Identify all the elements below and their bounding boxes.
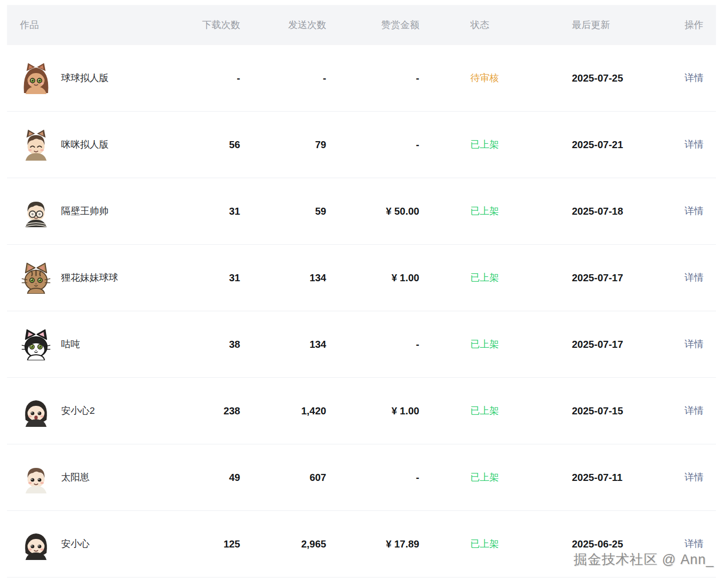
- tip-amount-cell: ¥ 1.00: [328, 405, 423, 417]
- last-updated-cell: 2025-07-15: [572, 405, 684, 417]
- col-header-downloads: 下载次数: [187, 19, 242, 32]
- table-row: 狸花妹妹球球 31 134 ¥ 1.00 已上架 2025-07-17 详情: [7, 245, 716, 311]
- table-row: 隔壁王帅帅 31 59 ¥ 50.00 已上架 2025-07-18 详情: [7, 178, 716, 245]
- last-updated-cell: 2025-07-25: [572, 73, 684, 84]
- tip-amount-cell: -: [328, 472, 423, 483]
- man-glasses-avatar: [20, 195, 52, 227]
- work-name: 咪咪拟人版: [61, 138, 109, 151]
- tuxedo-cat-avatar: [20, 328, 52, 360]
- last-updated-cell: 2025-07-17: [572, 272, 684, 284]
- tip-amount-cell: -: [328, 339, 423, 350]
- table-row: 咪咪拟人版 56 79 - 已上架 2025-07-21 详情: [7, 112, 716, 178]
- downloads-cell: 56: [187, 139, 242, 151]
- col-header-tip-amount: 赞赏金额: [328, 19, 423, 32]
- work-name: 咕吨: [61, 338, 80, 351]
- details-link[interactable]: 详情: [684, 272, 703, 283]
- tip-amount-cell: ¥ 50.00: [328, 206, 423, 217]
- bob-girl-black-shirt-avatar: [20, 528, 52, 560]
- downloads-cell: 238: [187, 405, 242, 417]
- status-badge: 待审核: [470, 73, 499, 83]
- boy-cat-ears-avatar: [20, 129, 52, 161]
- details-link[interactable]: 详情: [684, 538, 703, 549]
- work-name: 安小心2: [61, 404, 95, 417]
- col-header-actions: 操作: [684, 19, 716, 32]
- work-cell: 狸花妹妹球球: [7, 262, 187, 294]
- girl-cat-ears-avatar: [20, 62, 52, 94]
- last-updated-cell: 2025-07-18: [572, 206, 684, 217]
- downloads-cell: 31: [187, 272, 242, 284]
- work-name: 安小心: [61, 537, 90, 550]
- boy-cat-ears-avatar: [20, 129, 52, 161]
- tabby-cat-avatar: [20, 262, 52, 294]
- work-name: 隔壁王帅帅: [61, 205, 109, 218]
- details-link[interactable]: 详情: [684, 139, 703, 150]
- sends-cell: -: [242, 73, 328, 84]
- details-link[interactable]: 详情: [684, 206, 703, 216]
- status-badge: 已上架: [470, 405, 499, 416]
- work-name: 狸花妹妹球球: [61, 271, 118, 284]
- work-cell: 安小心: [7, 528, 187, 560]
- girl-cat-ears-avatar: [20, 62, 52, 94]
- tip-amount-cell: ¥ 1.00: [328, 272, 423, 284]
- details-link[interactable]: 详情: [684, 405, 703, 416]
- bob-girl-avatar: [20, 395, 52, 427]
- work-cell: 咪咪拟人版: [7, 129, 187, 161]
- last-updated-cell: 2025-06-25: [572, 538, 684, 550]
- table-row: 太阳崽 49 607 - 已上架 2025-07-11 详情: [7, 444, 716, 511]
- work-cell: 太阳崽: [7, 461, 187, 493]
- col-header-last-updated: 最后更新: [572, 19, 684, 32]
- last-updated-cell: 2025-07-17: [572, 339, 684, 350]
- tuxedo-cat-avatar: [20, 328, 52, 360]
- sends-cell: 1,420: [242, 405, 328, 417]
- table-row: 安小心2 238 1,420 ¥ 1.00 已上架 2025-07-15 详情: [7, 378, 716, 444]
- work-cell: 球球拟人版: [7, 62, 187, 94]
- boy-avatar: [20, 461, 52, 493]
- col-header-sends: 发送次数: [242, 19, 328, 32]
- details-link[interactable]: 详情: [684, 339, 703, 349]
- man-glasses-avatar: [20, 195, 52, 227]
- boy-avatar: [20, 461, 52, 493]
- status-badge: 已上架: [470, 339, 499, 349]
- status-badge: 已上架: [470, 139, 499, 150]
- downloads-cell: -: [187, 73, 242, 84]
- work-name: 球球拟人版: [61, 72, 109, 85]
- details-link[interactable]: 详情: [684, 472, 703, 482]
- downloads-cell: 38: [187, 339, 242, 350]
- tabby-cat-avatar: [20, 262, 52, 294]
- sends-cell: 607: [242, 472, 328, 483]
- sends-cell: 2,965: [242, 538, 328, 550]
- tip-amount-cell: ¥ 17.89: [328, 538, 423, 550]
- status-badge: 已上架: [470, 538, 499, 549]
- table-header-row: 作品 下载次数 发送次数 赞赏金额 状态 最后更新 操作: [7, 5, 716, 45]
- sends-cell: 79: [242, 139, 328, 151]
- status-badge: 已上架: [470, 472, 499, 482]
- table-row: 球球拟人版 - - - 待审核 2025-07-25 详情: [7, 45, 716, 112]
- status-badge: 已上架: [470, 272, 499, 283]
- sends-cell: 134: [242, 339, 328, 350]
- bob-girl-black-shirt-avatar: [20, 528, 52, 560]
- col-header-status: 状态: [423, 19, 572, 32]
- tip-amount-cell: -: [328, 73, 423, 84]
- downloads-cell: 49: [187, 472, 242, 483]
- work-cell: 隔壁王帅帅: [7, 195, 187, 227]
- work-name: 太阳崽: [61, 471, 90, 484]
- table-body: 球球拟人版 - - - 待审核 2025-07-25 详情 咪咪拟人版 56 7…: [7, 45, 716, 577]
- col-header-work: 作品: [7, 19, 187, 32]
- watermark: 掘金技术社区 @ Ann_: [574, 550, 714, 568]
- downloads-cell: 31: [187, 206, 242, 217]
- details-link[interactable]: 详情: [684, 73, 703, 83]
- bob-girl-avatar: [20, 395, 52, 427]
- table-row: 咕吨 38 134 - 已上架 2025-07-17 详情: [7, 311, 716, 378]
- tip-amount-cell: -: [328, 139, 423, 151]
- status-badge: 已上架: [470, 206, 499, 216]
- sends-cell: 134: [242, 272, 328, 284]
- work-cell: 咕吨: [7, 328, 187, 360]
- downloads-cell: 125: [187, 538, 242, 550]
- sends-cell: 59: [242, 206, 328, 217]
- last-updated-cell: 2025-07-21: [572, 139, 684, 151]
- works-table: 作品 下载次数 发送次数 赞赏金额 状态 最后更新 操作 球球拟人版 - - -…: [7, 5, 716, 577]
- work-cell: 安小心2: [7, 395, 187, 427]
- last-updated-cell: 2025-07-11: [572, 472, 684, 483]
